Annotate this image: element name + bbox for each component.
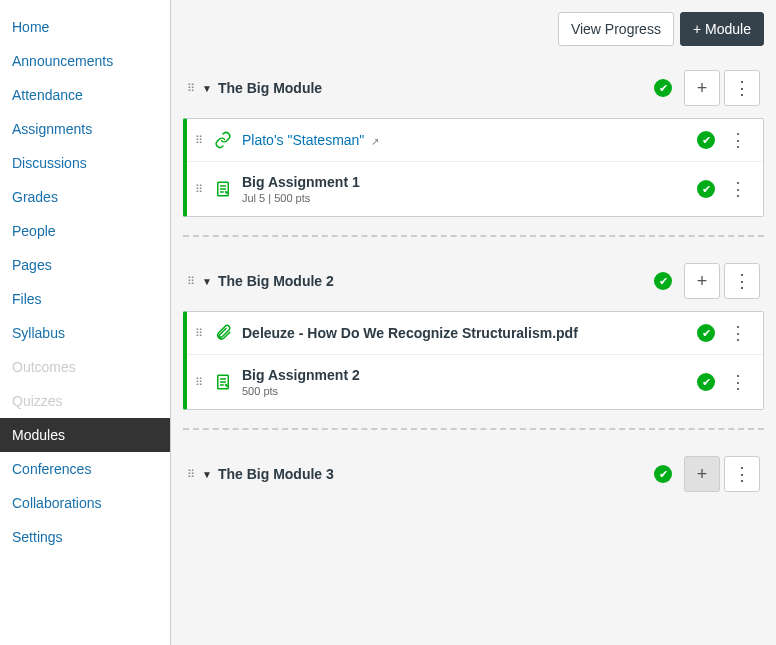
item-body: Big Assignment 1Jul 5 | 500 pts — [242, 174, 697, 204]
external-icon: ↗ — [368, 136, 379, 147]
collapse-caret-icon[interactable]: ▼ — [202, 469, 212, 480]
drag-handle-icon[interactable]: ⠿ — [195, 378, 204, 387]
published-check-icon: ✔ — [697, 324, 715, 342]
add-module-button[interactable]: + Module — [680, 12, 764, 46]
sidebar-item-attendance[interactable]: Attendance — [0, 78, 170, 112]
add-item-button[interactable]: + — [684, 263, 720, 299]
sidebar-item-quizzes[interactable]: Quizzes — [0, 384, 170, 418]
module-items: ⠿Plato's "Statesman" ↗✔⋮⠿Big Assignment … — [183, 118, 764, 217]
item-title[interactable]: Plato's "Statesman" ↗ — [242, 132, 697, 148]
module-options-button[interactable]: ⋮ — [724, 263, 760, 299]
module-items: ⠿Deleuze - How Do We Recognize Structura… — [183, 311, 764, 410]
drag-handle-icon[interactable]: ⠿ — [195, 329, 204, 338]
item-body: Deleuze - How Do We Recognize Structural… — [242, 325, 697, 341]
item-meta: Jul 5 | 500 pts — [242, 192, 697, 204]
module: ⠿▼The Big Module 2✔+⋮⠿Deleuze - How Do W… — [183, 235, 764, 410]
add-module-label: Module — [705, 21, 751, 37]
sidebar-item-outcomes[interactable]: Outcomes — [0, 350, 170, 384]
item-body: Big Assignment 2500 pts — [242, 367, 697, 397]
module-header: ⠿▼The Big Module✔+⋮ — [183, 60, 764, 118]
module-title: The Big Module — [218, 80, 654, 96]
sidebar-item-grades[interactable]: Grades — [0, 180, 170, 214]
published-check-icon: ✔ — [697, 373, 715, 391]
drag-handle-icon[interactable]: ⠿ — [195, 136, 204, 145]
sidebar-item-pages[interactable]: Pages — [0, 248, 170, 282]
module-options-button[interactable]: ⋮ — [724, 456, 760, 492]
assignment-icon — [214, 180, 232, 198]
sidebar-item-conferences[interactable]: Conferences — [0, 452, 170, 486]
published-check-icon: ✔ — [697, 131, 715, 149]
module-options-button[interactable]: ⋮ — [724, 70, 760, 106]
module-item[interactable]: ⠿Big Assignment 2500 pts✔⋮ — [187, 355, 763, 409]
sidebar-item-modules[interactable]: Modules — [0, 418, 170, 452]
drag-handle-icon[interactable]: ⠿ — [187, 277, 196, 286]
plus-icon: + — [693, 21, 701, 37]
assignment-icon — [214, 373, 232, 391]
course-nav: HomeAnnouncementsAttendanceAssignmentsDi… — [0, 0, 170, 645]
drag-handle-icon[interactable]: ⠿ — [187, 84, 196, 93]
module-item[interactable]: ⠿Plato's "Statesman" ↗✔⋮ — [187, 119, 763, 162]
published-check-icon: ✔ — [654, 272, 672, 290]
item-title[interactable]: Deleuze - How Do We Recognize Structural… — [242, 325, 697, 341]
module-header: ⠿▼The Big Module 3✔+⋮ — [183, 446, 764, 504]
published-check-icon: ✔ — [654, 465, 672, 483]
attachment-icon — [214, 324, 232, 342]
module-title: The Big Module 3 — [218, 466, 654, 482]
sidebar-item-settings[interactable]: Settings — [0, 520, 170, 554]
collapse-caret-icon[interactable]: ▼ — [202, 83, 212, 94]
item-title[interactable]: Big Assignment 2 — [242, 367, 697, 383]
link-icon — [214, 131, 232, 149]
module-item[interactable]: ⠿Deleuze - How Do We Recognize Structura… — [187, 312, 763, 355]
sidebar-item-people[interactable]: People — [0, 214, 170, 248]
published-check-icon: ✔ — [654, 79, 672, 97]
item-meta: 500 pts — [242, 385, 697, 397]
sidebar-item-announcements[interactable]: Announcements — [0, 44, 170, 78]
item-options-button[interactable]: ⋮ — [725, 373, 751, 391]
add-item-button[interactable]: + — [684, 70, 720, 106]
module: ⠿▼The Big Module✔+⋮⠿Plato's "Statesman" … — [183, 60, 764, 217]
module: ⠿▼The Big Module 3✔+⋮ — [183, 428, 764, 604]
sidebar-item-syllabus[interactable]: Syllabus — [0, 316, 170, 350]
add-item-button[interactable]: + — [684, 456, 720, 492]
module-title: The Big Module 2 — [218, 273, 654, 289]
drag-handle-icon[interactable]: ⠿ — [195, 185, 204, 194]
modules-main: View Progress + Module ⠿▼The Big Module✔… — [170, 0, 776, 645]
item-options-button[interactable]: ⋮ — [725, 324, 751, 342]
item-body: Plato's "Statesman" ↗ — [242, 132, 697, 148]
module-item[interactable]: ⠿Big Assignment 1Jul 5 | 500 pts✔⋮ — [187, 162, 763, 216]
item-title[interactable]: Big Assignment 1 — [242, 174, 697, 190]
top-actions: View Progress + Module — [183, 12, 764, 46]
sidebar-item-assignments[interactable]: Assignments — [0, 112, 170, 146]
sidebar-item-home[interactable]: Home — [0, 10, 170, 44]
view-progress-button[interactable]: View Progress — [558, 12, 674, 46]
item-options-button[interactable]: ⋮ — [725, 131, 751, 149]
sidebar-item-collaborations[interactable]: Collaborations — [0, 486, 170, 520]
drag-handle-icon[interactable]: ⠿ — [187, 470, 196, 479]
module-header: ⠿▼The Big Module 2✔+⋮ — [183, 253, 764, 311]
published-check-icon: ✔ — [697, 180, 715, 198]
item-options-button[interactable]: ⋮ — [725, 180, 751, 198]
sidebar-item-discussions[interactable]: Discussions — [0, 146, 170, 180]
sidebar-item-files[interactable]: Files — [0, 282, 170, 316]
collapse-caret-icon[interactable]: ▼ — [202, 276, 212, 287]
